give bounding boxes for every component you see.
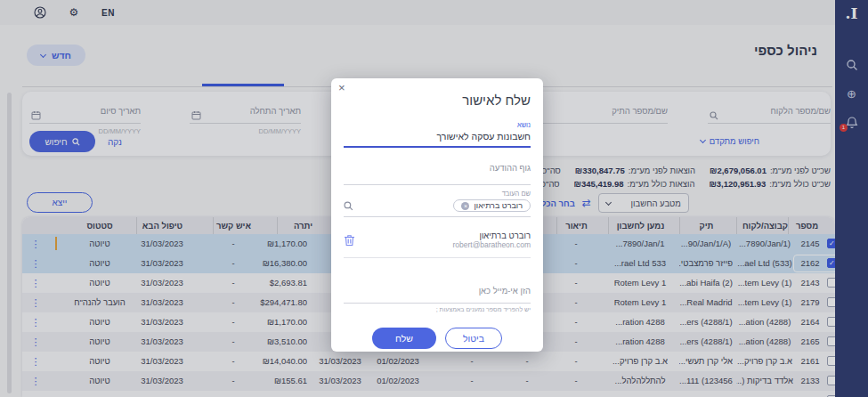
recipient-email: robert@baratheon.com [452, 240, 531, 249]
email-hint: יש להפריד מספר נמענים באמצעות ; [344, 306, 531, 312]
delete-trash-icon[interactable] [344, 233, 355, 247]
employee-select-row[interactable]: רוברט ברתיאון × [344, 199, 531, 217]
send-button[interactable]: שלח [372, 328, 436, 349]
send-for-approval-modal: × שלח לאישור נושא חשבונות עסקה לאישורך ג… [331, 78, 543, 352]
app-root: ⚙ EN I. ⊕ 1 ניהול כספי חדש [0, 0, 868, 397]
recipient-name: רוברט ברתיאון [452, 231, 531, 240]
message-body-input[interactable]: גוף ההודעה [344, 163, 531, 185]
recipient-list-item: רוברט ברתיאון robert@baratheon.com [344, 231, 531, 258]
chip-remove-icon[interactable]: × [461, 202, 469, 210]
employee-chip-label: רוברט ברתיאון [474, 201, 523, 210]
employee-chip: רוברט ברתיאון × [453, 199, 531, 212]
search-icon [344, 201, 353, 211]
close-icon[interactable]: × [338, 82, 345, 94]
modal-actions: שלח ביטול [344, 328, 531, 349]
modal-title: שלח לאישור [344, 93, 531, 108]
employee-name-label: שם העובד [344, 190, 531, 198]
email-input[interactable]: הזן אי-מייל כאן [344, 286, 531, 304]
subject-input[interactable]: חשבונות עסקה לאישורך [344, 131, 531, 148]
cancel-button[interactable]: ביטול [445, 328, 502, 349]
subject-label: נושא [344, 121, 531, 129]
